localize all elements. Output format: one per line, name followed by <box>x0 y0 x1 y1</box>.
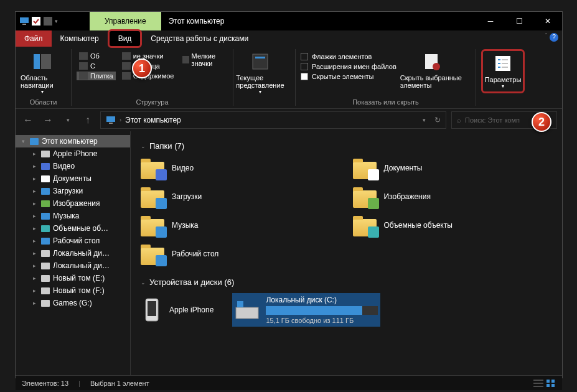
options-button[interactable]: Параметры▾ <box>481 49 525 93</box>
help-icon[interactable]: ? <box>550 33 558 42</box>
svg-rect-17 <box>41 188 50 195</box>
chevron-icon[interactable]: ▸ <box>30 225 38 231</box>
layout-extra-large[interactable]: Об <box>77 52 116 60</box>
chevron-icon[interactable]: ▸ <box>30 275 38 281</box>
tab-file[interactable]: Файл <box>16 30 52 47</box>
breadcrumb[interactable]: Этот компьютер <box>125 116 181 124</box>
folder-item[interactable]: Рабочий стол <box>141 243 340 265</box>
address-box[interactable]: › Этот компьютер ▾ ↻ <box>100 111 446 129</box>
section-folders[interactable]: ⌄ Папки (7) <box>141 141 552 151</box>
tree-item[interactable]: ▸Новый том (F:) <box>16 284 130 297</box>
minimize-button[interactable]: ─ <box>476 12 505 30</box>
refresh-icon[interactable]: ↻ <box>434 116 441 124</box>
statusbar: Элементов: 13 | Выбран 1 элемент <box>16 375 562 390</box>
svg-rect-23 <box>41 263 50 269</box>
folder-item[interactable]: Загрузки <box>141 185 340 208</box>
chevron-icon[interactable]: ▸ <box>30 250 38 256</box>
chevron-icon[interactable]: ▸ <box>30 287 38 294</box>
close-button[interactable]: ✕ <box>533 12 562 30</box>
forward-button[interactable]: → <box>40 113 55 128</box>
tree-item[interactable]: ▸Музыка <box>16 210 130 222</box>
tree-item[interactable]: ▸Изображения <box>16 197 130 210</box>
tab-view[interactable]: Вид <box>108 29 143 48</box>
chevron-icon[interactable]: ▸ <box>30 263 38 269</box>
svg-rect-14 <box>41 151 50 157</box>
layout-small-icons[interactable]: Мелкие значки <box>180 52 228 68</box>
chevron-icon[interactable]: ▸ <box>30 300 38 306</box>
tree-item[interactable]: ▸Новый том (E:) <box>16 272 130 284</box>
explorer-window: ▾ Управление Этот компьютер ─ ☐ ✕ Файл К… <box>15 11 563 378</box>
tree-item[interactable]: ▸Рабочий стол <box>16 235 130 247</box>
checkbox-hidden[interactable]: Скрытые элементы <box>301 73 396 80</box>
window-title: Этот компьютер <box>161 17 232 26</box>
folder-item[interactable]: Видео <box>141 157 340 179</box>
qa-icon[interactable] <box>43 16 53 26</box>
maximize-button[interactable]: ☐ <box>505 12 533 30</box>
hide-selected-button[interactable]: Скрыть выбранные элементы <box>400 49 462 89</box>
tree-item[interactable]: ▸Объемные об… <box>16 222 130 235</box>
chevron-icon[interactable]: ▸ <box>30 151 38 157</box>
chevron-icon[interactable]: ▸ <box>30 163 38 169</box>
chevron-icon[interactable]: ▸ <box>30 238 38 244</box>
collapse-ribbon-icon[interactable]: ˆ <box>545 33 547 40</box>
context-tab[interactable]: Управление <box>90 12 161 30</box>
pc-icon <box>29 136 39 146</box>
svg-rect-26 <box>41 300 50 307</box>
chevron-icon[interactable]: ▾ <box>19 138 27 144</box>
svg-rect-7 <box>255 57 265 58</box>
recent-dropdown-icon[interactable]: ▾ <box>60 113 75 128</box>
chevron-icon[interactable]: ▸ <box>30 213 38 219</box>
folder-item[interactable]: Объемные объекты <box>353 214 553 236</box>
layout-large[interactable]: ие значки <box>120 52 177 60</box>
callout-badge-2: 2 <box>532 112 551 132</box>
section-devices[interactable]: ⌄ Устройства и диски (6) <box>141 278 552 287</box>
tab-disk-tools[interactable]: Средства работы с дисками <box>142 30 257 47</box>
svg-rect-16 <box>41 175 50 182</box>
tree-item[interactable]: ▸Видео <box>16 160 130 172</box>
tree-item[interactable]: ▸Загрузки <box>16 185 130 197</box>
chevron-down-icon: ⌄ <box>141 279 146 286</box>
device-iphone[interactable]: Apple iPhone <box>141 297 213 322</box>
icons-view-icon[interactable] <box>546 379 556 388</box>
chevron-down-icon[interactable]: ▾ <box>423 117 426 123</box>
up-button[interactable]: ↑ <box>80 113 95 128</box>
svg-rect-6 <box>253 54 268 69</box>
titlebar: ▾ Управление Этот компьютер ─ ☐ ✕ <box>16 12 562 30</box>
navigation-pane-button[interactable]: Область навигации▾ <box>21 49 64 95</box>
folder-item[interactable]: Изображения <box>353 185 553 208</box>
layout-medium[interactable]: С <box>77 62 116 70</box>
current-view-button[interactable]: Текущее представление▾ <box>238 49 282 95</box>
chevron-icon[interactable]: ▸ <box>30 175 38 182</box>
tree-item[interactable]: ▸Локальный ди… <box>16 247 130 259</box>
qa-dropdown-icon[interactable]: ▾ <box>55 18 58 24</box>
folder-item[interactable]: Документы <box>353 157 553 179</box>
video-icon <box>40 161 50 171</box>
ribbon-tabs: Файл Компьютер Вид Средства работы с дис… <box>16 30 562 47</box>
checkbox-extensions[interactable]: Расширения имен файлов <box>301 63 396 70</box>
tree-item[interactable]: ▸Документы <box>16 172 130 185</box>
item-count: Элементов: 13 <box>22 380 68 387</box>
back-button[interactable]: ← <box>21 113 35 128</box>
chevron-icon[interactable]: ▸ <box>30 200 38 207</box>
tree-item[interactable]: ▾Этот компьютер <box>16 135 130 147</box>
chevron-icon[interactable]: ▸ <box>30 188 38 194</box>
doc-icon <box>40 174 50 184</box>
drive-icon <box>40 261 50 271</box>
details-view-icon[interactable] <box>533 379 543 388</box>
tree-item[interactable]: ▸Games (G:) <box>16 297 130 309</box>
svg-rect-22 <box>41 250 50 257</box>
svg-rect-25 <box>41 287 50 294</box>
tree-item[interactable]: ▸Локальный ди… <box>16 259 130 272</box>
folder-item[interactable]: Музыка <box>141 214 340 236</box>
phone-icon <box>40 149 50 159</box>
tree-item[interactable]: ▸Apple iPhone <box>16 147 130 160</box>
3d-icon <box>40 223 50 233</box>
group-label: Показать или скрыть <box>301 97 471 106</box>
svg-rect-11 <box>106 116 115 122</box>
drive-local-c[interactable]: Локальный диск (C:) 15,1 ГБ свободно из … <box>232 293 380 327</box>
checkbox-item-flags[interactable]: Флажки элементов <box>301 53 396 60</box>
group-label: Структура <box>77 97 228 106</box>
layout-tiles[interactable]: Плитка <box>77 72 116 80</box>
qa-icon[interactable] <box>31 16 41 26</box>
tab-computer[interactable]: Компьютер <box>52 30 108 47</box>
